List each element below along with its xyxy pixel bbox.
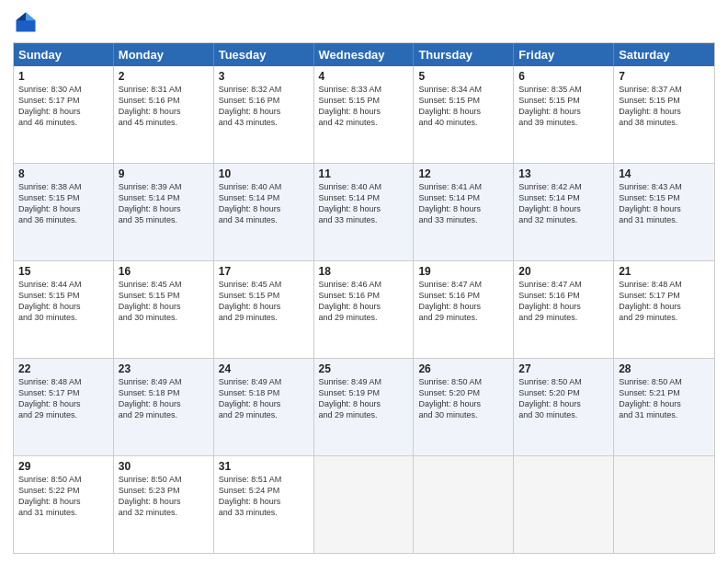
day-number: 1 [18, 70, 108, 83]
cell-info: Sunrise: 8:50 AMSunset: 5:20 PMDaylight:… [518, 377, 582, 419]
cell-info: Sunrise: 8:39 AMSunset: 5:14 PMDaylight:… [119, 182, 182, 224]
day-number: 5 [418, 70, 508, 83]
cell-info: Sunrise: 8:33 AMSunset: 5:15 PMDaylight:… [319, 85, 382, 127]
cell-info: Sunrise: 8:42 AMSunset: 5:14 PMDaylight:… [518, 182, 582, 224]
day-cell-27: 27Sunrise: 8:50 AMSunset: 5:20 PMDayligh… [514, 359, 614, 455]
day-number: 8 [18, 167, 108, 180]
day-cell-5: 5Sunrise: 8:34 AMSunset: 5:15 PMDaylight… [414, 66, 514, 163]
day-number: 9 [119, 167, 209, 180]
calendar-row-3: 15Sunrise: 8:44 AMSunset: 5:15 PMDayligh… [14, 260, 714, 358]
cell-info: Sunrise: 8:38 AMSunset: 5:15 PMDaylight:… [18, 182, 82, 224]
day-number: 3 [219, 70, 309, 83]
day-number: 31 [219, 460, 309, 473]
day-cell-2: 2Sunrise: 8:31 AMSunset: 5:16 PMDaylight… [114, 66, 214, 163]
header-day-monday: Monday [114, 43, 214, 66]
day-number: 14 [619, 167, 710, 180]
day-cell-25: 25Sunrise: 8:49 AMSunset: 5:19 PMDayligh… [314, 359, 415, 455]
day-cell-10: 10Sunrise: 8:40 AMSunset: 5:14 PMDayligh… [214, 164, 314, 260]
empty-cell-r4c3 [314, 456, 415, 553]
day-number: 26 [418, 362, 508, 375]
cell-info: Sunrise: 8:49 AMSunset: 5:18 PMDaylight:… [219, 377, 282, 419]
day-cell-29: 29Sunrise: 8:50 AMSunset: 5:22 PMDayligh… [14, 456, 114, 553]
day-cell-28: 28Sunrise: 8:50 AMSunset: 5:21 PMDayligh… [614, 359, 714, 455]
day-cell-9: 9Sunrise: 8:39 AMSunset: 5:14 PMDaylight… [114, 164, 214, 260]
day-cell-19: 19Sunrise: 8:47 AMSunset: 5:16 PMDayligh… [414, 261, 514, 358]
day-number: 25 [319, 362, 409, 375]
svg-marker-1 [26, 13, 36, 21]
calendar: SundayMondayTuesdayWednesdayThursdayFrid… [13, 42, 715, 554]
cell-info: Sunrise: 8:50 AMSunset: 5:20 PMDaylight:… [418, 377, 482, 419]
cell-info: Sunrise: 8:48 AMSunset: 5:17 PMDaylight:… [619, 280, 682, 322]
day-cell-3: 3Sunrise: 8:32 AMSunset: 5:16 PMDaylight… [214, 66, 314, 163]
cell-info: Sunrise: 8:34 AMSunset: 5:15 PMDaylight:… [418, 85, 482, 127]
logo-icon [13, 9, 39, 35]
day-cell-22: 22Sunrise: 8:48 AMSunset: 5:17 PMDayligh… [14, 359, 114, 455]
header-day-saturday: Saturday [614, 43, 714, 66]
cell-info: Sunrise: 8:49 AMSunset: 5:18 PMDaylight:… [119, 377, 182, 419]
cell-info: Sunrise: 8:32 AMSunset: 5:16 PMDaylight:… [219, 85, 282, 127]
day-cell-24: 24Sunrise: 8:49 AMSunset: 5:18 PMDayligh… [214, 359, 314, 455]
day-number: 30 [119, 460, 209, 473]
day-number: 28 [619, 362, 710, 375]
cell-info: Sunrise: 8:31 AMSunset: 5:16 PMDaylight:… [119, 85, 182, 127]
day-cell-1: 1Sunrise: 8:30 AMSunset: 5:17 PMDaylight… [14, 66, 114, 163]
cell-info: Sunrise: 8:43 AMSunset: 5:15 PMDaylight:… [619, 182, 682, 224]
header [13, 9, 715, 35]
day-cell-13: 13Sunrise: 8:42 AMSunset: 5:14 PMDayligh… [514, 164, 614, 260]
day-number: 17 [219, 265, 309, 278]
cell-info: Sunrise: 8:50 AMSunset: 5:23 PMDaylight:… [119, 475, 182, 517]
calendar-header: SundayMondayTuesdayWednesdayThursdayFrid… [14, 43, 714, 66]
day-number: 10 [219, 167, 309, 180]
empty-cell-r4c4 [414, 456, 514, 553]
day-number: 2 [119, 70, 209, 83]
calendar-row-2: 8Sunrise: 8:38 AMSunset: 5:15 PMDaylight… [14, 163, 714, 260]
cell-info: Sunrise: 8:40 AMSunset: 5:14 PMDaylight:… [319, 182, 382, 224]
day-cell-12: 12Sunrise: 8:41 AMSunset: 5:14 PMDayligh… [414, 164, 514, 260]
header-day-friday: Friday [514, 43, 614, 66]
day-cell-7: 7Sunrise: 8:37 AMSunset: 5:15 PMDaylight… [614, 66, 714, 163]
cell-info: Sunrise: 8:49 AMSunset: 5:19 PMDaylight:… [319, 377, 382, 419]
calendar-row-1: 1Sunrise: 8:30 AMSunset: 5:17 PMDaylight… [14, 66, 714, 163]
cell-info: Sunrise: 8:47 AMSunset: 5:16 PMDaylight:… [518, 280, 582, 322]
header-day-sunday: Sunday [14, 43, 114, 66]
day-cell-23: 23Sunrise: 8:49 AMSunset: 5:18 PMDayligh… [114, 359, 214, 455]
header-day-tuesday: Tuesday [214, 43, 314, 66]
page: SundayMondayTuesdayWednesdayThursdayFrid… [0, 0, 728, 563]
day-cell-30: 30Sunrise: 8:50 AMSunset: 5:23 PMDayligh… [114, 456, 214, 553]
empty-cell-r4c5 [514, 456, 614, 553]
day-number: 21 [619, 265, 710, 278]
svg-marker-2 [17, 13, 27, 21]
cell-info: Sunrise: 8:50 AMSunset: 5:22 PMDaylight:… [18, 475, 82, 517]
day-number: 11 [319, 167, 409, 180]
cell-info: Sunrise: 8:44 AMSunset: 5:15 PMDaylight:… [18, 280, 82, 322]
header-day-wednesday: Wednesday [314, 43, 415, 66]
cell-info: Sunrise: 8:46 AMSunset: 5:16 PMDaylight:… [319, 280, 382, 322]
day-cell-17: 17Sunrise: 8:45 AMSunset: 5:15 PMDayligh… [214, 261, 314, 358]
cell-info: Sunrise: 8:47 AMSunset: 5:16 PMDaylight:… [418, 280, 482, 322]
cell-info: Sunrise: 8:48 AMSunset: 5:17 PMDaylight:… [18, 377, 82, 419]
day-number: 20 [518, 265, 609, 278]
cell-info: Sunrise: 8:50 AMSunset: 5:21 PMDaylight:… [619, 377, 682, 419]
day-cell-20: 20Sunrise: 8:47 AMSunset: 5:16 PMDayligh… [514, 261, 614, 358]
day-number: 22 [18, 362, 108, 375]
cell-info: Sunrise: 8:37 AMSunset: 5:15 PMDaylight:… [619, 85, 682, 127]
cell-info: Sunrise: 8:45 AMSunset: 5:15 PMDaylight:… [119, 280, 182, 322]
day-cell-21: 21Sunrise: 8:48 AMSunset: 5:17 PMDayligh… [614, 261, 714, 358]
day-cell-18: 18Sunrise: 8:46 AMSunset: 5:16 PMDayligh… [314, 261, 415, 358]
day-number: 15 [18, 265, 108, 278]
day-number: 13 [518, 167, 609, 180]
day-number: 29 [18, 460, 108, 473]
cell-info: Sunrise: 8:45 AMSunset: 5:15 PMDaylight:… [219, 280, 282, 322]
cell-info: Sunrise: 8:51 AMSunset: 5:24 PMDaylight:… [219, 475, 282, 517]
day-cell-11: 11Sunrise: 8:40 AMSunset: 5:14 PMDayligh… [314, 164, 415, 260]
empty-cell-r4c6 [614, 456, 714, 553]
calendar-row-4: 22Sunrise: 8:48 AMSunset: 5:17 PMDayligh… [14, 358, 714, 455]
cell-info: Sunrise: 8:41 AMSunset: 5:14 PMDaylight:… [418, 182, 482, 224]
day-number: 6 [518, 70, 609, 83]
day-number: 16 [119, 265, 209, 278]
day-cell-16: 16Sunrise: 8:45 AMSunset: 5:15 PMDayligh… [114, 261, 214, 358]
cell-info: Sunrise: 8:35 AMSunset: 5:15 PMDaylight:… [518, 85, 582, 127]
day-cell-26: 26Sunrise: 8:50 AMSunset: 5:20 PMDayligh… [414, 359, 514, 455]
day-number: 24 [219, 362, 309, 375]
day-number: 19 [418, 265, 508, 278]
